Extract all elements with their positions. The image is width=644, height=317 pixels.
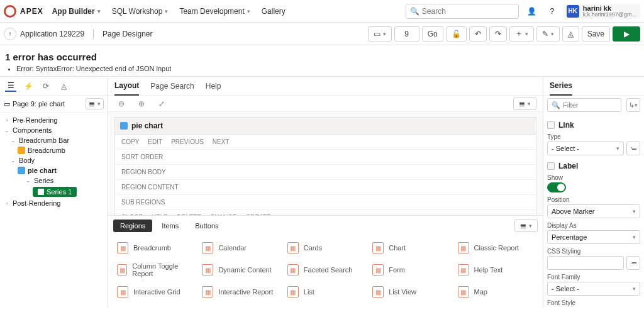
gallery-item-label: Column Toggle Report xyxy=(132,262,193,277)
slot-copy[interactable]: COPY xyxy=(121,138,139,145)
css-options-button[interactable]: ≔ xyxy=(626,256,640,270)
section-checkbox[interactable] xyxy=(547,162,555,170)
gallery-item[interactable]: ▦Classic Report xyxy=(455,238,536,257)
gallery-item[interactable]: ▦Map xyxy=(455,282,536,301)
gallery-tab-buttons[interactable]: Buttons xyxy=(188,220,225,232)
gallery-item-icon: ▦ xyxy=(202,286,213,298)
run-button[interactable]: ▶ xyxy=(613,26,640,42)
utilities-button[interactable]: ✎▾ xyxy=(536,26,560,42)
node-breadcrumb-bar[interactable]: ⌄Breadcrumb Bar xyxy=(0,135,108,145)
node-post-rendering[interactable]: ›Post-Rendering xyxy=(0,198,108,208)
gallery-tab-regions[interactable]: Regions xyxy=(113,220,152,232)
filter-options-button[interactable]: ↳▾ xyxy=(626,98,640,112)
node-components[interactable]: ⌄Components xyxy=(0,125,108,135)
property-filter[interactable]: 🔍Filter xyxy=(547,98,621,112)
redo-button[interactable]: ↷ xyxy=(489,26,507,42)
gallery-item[interactable]: ▦Interactive Report xyxy=(199,282,280,301)
gallery-item-label: Form xyxy=(389,266,405,274)
tab-layout[interactable]: Layout xyxy=(114,77,139,96)
gallery-item[interactable]: ▦Cards xyxy=(285,238,366,257)
gallery-item[interactable]: ▦List View xyxy=(370,282,451,301)
layout-menu-button[interactable]: ≣▾ xyxy=(513,97,536,110)
undo-icon: ↶ xyxy=(475,30,481,38)
tab-processing[interactable]: ⟳ xyxy=(40,81,52,92)
up-level-icon[interactable]: ↑ xyxy=(4,28,16,40)
type-options-button[interactable]: ≔ xyxy=(626,142,640,155)
tab-dynamic-actions[interactable]: ⚡ xyxy=(23,81,34,92)
gallery-item[interactable]: ▦Dynamic Content xyxy=(199,259,280,281)
select-font-family[interactable]: - Select -▾ xyxy=(547,282,640,296)
node-body[interactable]: ⌄Body xyxy=(0,155,108,165)
gallery-item-icon: ▦ xyxy=(202,264,213,275)
save-button[interactable]: Save xyxy=(582,26,610,42)
slot-previous[interactable]: PREVIOUS xyxy=(171,138,204,145)
gallery-item[interactable]: ▦List xyxy=(285,282,366,301)
node-pre-rendering[interactable]: ›Pre-Rendering xyxy=(0,115,108,125)
slot-region-body[interactable]: REGION BODY xyxy=(121,169,166,175)
node-series1[interactable]: Series 1 xyxy=(0,186,108,198)
section-checkbox[interactable] xyxy=(547,121,555,129)
admin-icon[interactable]: 👤 xyxy=(525,4,539,18)
breadcrumb-app[interactable]: Application 129229 xyxy=(20,30,84,38)
chevron-down-icon: ▾ xyxy=(247,8,250,14)
tab-help[interactable]: Help xyxy=(206,77,221,96)
user-name: harini kk xyxy=(583,5,636,12)
global-search-input[interactable] xyxy=(422,7,514,16)
gallery-item[interactable]: ▦Calendar xyxy=(199,238,280,257)
tab-rendering-tree[interactable]: ☰ xyxy=(5,81,16,92)
gallery-item[interactable]: ▦Chart xyxy=(370,238,451,257)
nav-app-builder[interactable]: App Builder▾ xyxy=(52,7,101,16)
create-button[interactable]: ＋▾ xyxy=(509,26,534,42)
label-position: Position xyxy=(547,196,640,203)
gallery-menu-button[interactable]: ≣▾ xyxy=(514,220,538,232)
gallery-item[interactable]: ▦Interactive Grid xyxy=(114,282,196,301)
nav-gallery[interactable]: Gallery xyxy=(262,7,286,16)
gallery-item[interactable]: ▦Form xyxy=(370,259,451,281)
gallery-item[interactable]: ▦Faceted Search xyxy=(285,259,366,281)
tab-shared[interactable]: ◬ xyxy=(58,81,69,92)
slot-next[interactable]: NEXT xyxy=(213,138,230,145)
select-type[interactable]: - Select -▾ xyxy=(547,142,624,155)
shared-components-button[interactable]: ◬ xyxy=(562,26,579,42)
user-menu[interactable]: HK harini kk k.k.harini1997@gm... xyxy=(563,4,640,19)
slot-sort-order[interactable]: SORT ORDER xyxy=(121,153,163,160)
slot-region-content[interactable]: REGION CONTENT xyxy=(121,184,179,191)
help-icon[interactable]: ? xyxy=(545,4,559,18)
zoom-out-icon[interactable]: ⊖ xyxy=(114,97,128,111)
node-piechart[interactable]: pie chart xyxy=(0,165,108,175)
input-css-styling[interactable] xyxy=(547,256,624,270)
region-piechart[interactable]: pie chart COPYEDITPREVIOUSNEXT SORT ORDE… xyxy=(114,117,536,215)
nav-sql-workshop[interactable]: SQL Workshop▾ xyxy=(112,7,169,16)
search-icon: 🔍 xyxy=(552,101,560,109)
gallery-tab-items[interactable]: Items xyxy=(155,220,186,232)
center-pane: Layout Page Search Help ⊖ ⊕ ⤢ ≣▾ pie cha… xyxy=(108,77,543,308)
play-icon: ▶ xyxy=(624,30,630,38)
select-display-as[interactable]: Percentage▾ xyxy=(547,230,640,244)
tab-series-properties[interactable]: Series xyxy=(550,77,572,96)
global-search[interactable]: 🔍 xyxy=(406,4,519,19)
undo-button[interactable]: ↶ xyxy=(469,26,487,42)
gallery-item-icon: ▦ xyxy=(287,286,299,298)
select-position[interactable]: Above Marker▾ xyxy=(547,204,640,218)
page-number-input[interactable] xyxy=(394,26,419,42)
page-icon: ▭ xyxy=(374,30,380,38)
gallery-item[interactable]: ▦Column Toggle Report xyxy=(114,259,196,281)
node-breadcrumb[interactable]: Breadcrumb xyxy=(0,145,108,155)
go-button[interactable]: Go xyxy=(422,26,443,42)
lock-button[interactable]: 🔓 xyxy=(446,26,467,42)
expand-icon[interactable]: ⤢ xyxy=(155,97,169,111)
tab-page-search[interactable]: Page Search xyxy=(150,77,194,96)
tree-menu-button[interactable]: ≣▾ xyxy=(86,98,104,109)
nav-team-development[interactable]: Team Development▾ xyxy=(179,7,250,16)
slot-sub-regions[interactable]: SUB REGIONS xyxy=(121,199,165,206)
component-tree: ›Pre-Rendering ⌄Components ⌄Breadcrumb B… xyxy=(0,113,108,211)
gallery-item[interactable]: ▦Help Text xyxy=(455,259,536,281)
gallery-item-icon: ▦ xyxy=(202,242,213,253)
page-tree-title: Page 9: pie chart xyxy=(13,100,65,108)
page-selector-button[interactable]: ▭▾ xyxy=(368,26,392,42)
zoom-in-icon[interactable]: ⊕ xyxy=(135,97,148,111)
gallery-item[interactable]: ▦Breadcrumb xyxy=(114,238,196,257)
toggle-show[interactable] xyxy=(547,182,566,192)
node-series-folder[interactable]: ⌄Series xyxy=(0,175,108,186)
slot-edit[interactable]: EDIT xyxy=(148,138,162,145)
